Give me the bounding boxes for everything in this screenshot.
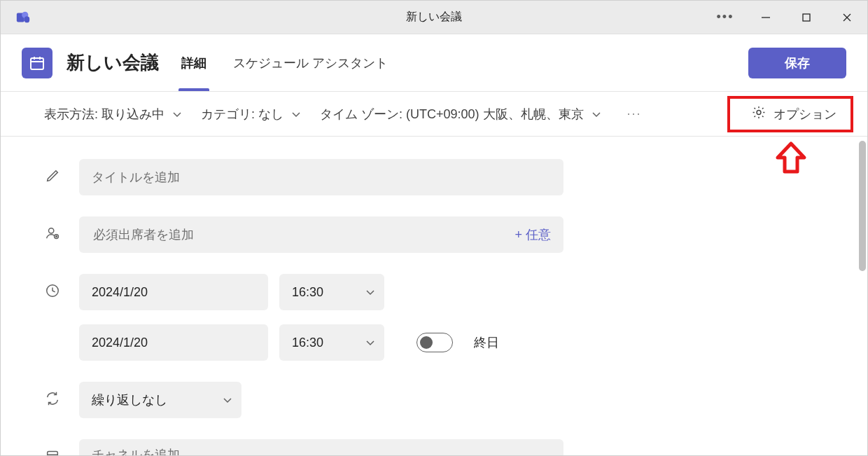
recurrence-dropdown[interactable]: 繰り返しなし [79,382,241,418]
maximize-button[interactable] [786,1,827,34]
end-time-value: 16:30 [292,336,323,350]
recurrence-value: 繰り返しなし [92,392,167,408]
options-label: オプション [774,106,836,123]
tabs: 詳細 スケジュール アシスタント [178,34,412,91]
chevron-down-icon [172,109,183,120]
pencil-icon [43,166,62,186]
end-time-dropdown[interactable]: 16:30 [279,324,384,361]
svg-rect-2 [24,16,29,22]
timezone-label: タイム ゾーン: (UTC+09:00) 大阪、札幌、東京 [320,106,584,123]
header: 新しい会議 詳細 スケジュール アシスタント 保存 [1,34,867,92]
optional-attendee-link[interactable]: + 任意 [514,226,551,243]
options-button[interactable]: オプション [741,99,846,129]
toolbar: 表示方法: 取り込み中 カテゴリ: なし タイム ゾーン: (UTC+09:00… [1,92,867,137]
chevron-down-icon [290,109,302,120]
repeat-icon [43,389,62,408]
save-button[interactable]: 保存 [748,48,846,78]
minimize-button[interactable] [746,1,786,34]
chevron-down-icon [222,394,233,406]
form: + 任意 16:30 16:30 [1,138,867,455]
row-recurrence: 繰り返しなし [1,382,867,418]
svg-point-12 [757,110,761,114]
channel-input[interactable] [79,439,564,455]
show-as-label: 表示方法: 取り込み中 [44,106,164,123]
start-datetime: 16:30 [79,274,499,310]
category-dropdown[interactable]: カテゴリ: なし [201,106,302,123]
calendar-icon [22,48,52,78]
toolbar-overflow[interactable]: ··· [627,106,642,121]
start-time-dropdown[interactable]: 16:30 [279,274,384,310]
row-title [1,159,867,195]
title-bar: 新しい会議 ••• [1,1,867,34]
page-title: 新しい会議 [66,50,159,75]
chevron-down-icon [365,286,376,298]
chevron-down-icon [591,109,602,120]
more-icon[interactable]: ••• [705,1,746,34]
show-as-dropdown[interactable]: 表示方法: 取り込み中 [44,106,183,123]
allday-toggle[interactable] [416,333,453,352]
app-icon [15,9,31,26]
attendee-input-wrap[interactable]: + 任意 [79,216,564,253]
row-attendees: + 任意 [1,216,867,253]
category-label: カテゴリ: なし [201,106,284,123]
close-button[interactable] [827,1,867,34]
gear-icon [751,104,766,123]
timezone-dropdown[interactable]: タイム ゾーン: (UTC+09:00) 大阪、札幌、東京 [320,106,602,123]
window-controls: ••• [705,1,867,34]
allday-label: 終日 [474,334,499,351]
person-add-icon [43,223,62,243]
channel-icon [43,446,62,455]
svg-rect-4 [803,14,810,21]
clock-icon [43,281,62,300]
chevron-down-icon [365,337,376,348]
tab-details[interactable]: 詳細 [178,34,209,91]
start-date-input[interactable] [79,274,268,310]
start-time-value: 16:30 [292,285,323,300]
row-channel [1,439,867,455]
title-input[interactable] [79,159,564,195]
svg-point-13 [49,228,54,233]
row-datetime: 16:30 16:30 終日 [1,274,867,361]
attendee-input[interactable] [92,227,514,243]
end-date-input[interactable] [79,324,268,361]
tab-scheduling-assistant[interactable]: スケジュール アシスタント [230,34,391,91]
end-datetime: 16:30 終日 [79,324,499,361]
